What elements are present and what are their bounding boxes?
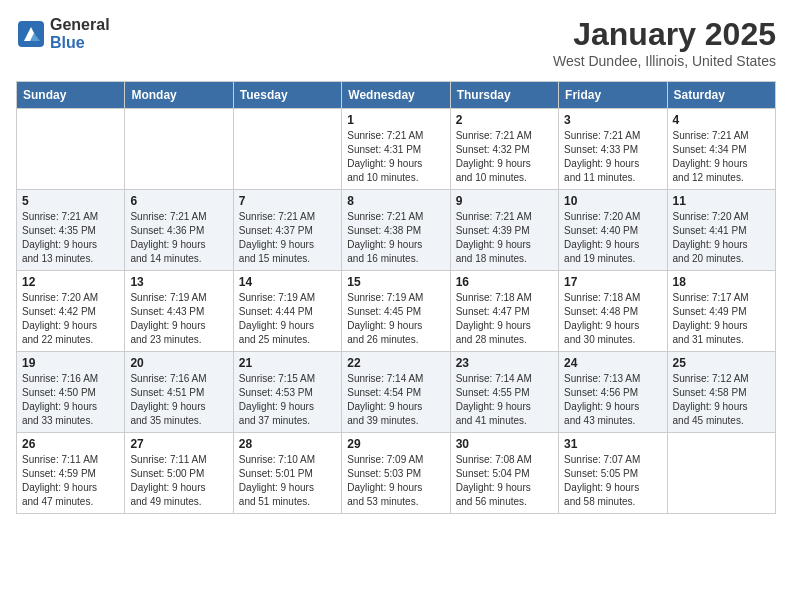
- day-info: Sunrise: 7:16 AM Sunset: 4:50 PM Dayligh…: [22, 372, 119, 428]
- calendar-cell: 10Sunrise: 7:20 AM Sunset: 4:40 PM Dayli…: [559, 190, 667, 271]
- week-row-1: 1Sunrise: 7:21 AM Sunset: 4:31 PM Daylig…: [17, 109, 776, 190]
- day-number: 6: [130, 194, 227, 208]
- day-info: Sunrise: 7:20 AM Sunset: 4:42 PM Dayligh…: [22, 291, 119, 347]
- day-info: Sunrise: 7:07 AM Sunset: 5:05 PM Dayligh…: [564, 453, 661, 509]
- day-info: Sunrise: 7:10 AM Sunset: 5:01 PM Dayligh…: [239, 453, 336, 509]
- day-number: 31: [564, 437, 661, 451]
- calendar-cell: 20Sunrise: 7:16 AM Sunset: 4:51 PM Dayli…: [125, 352, 233, 433]
- day-info: Sunrise: 7:21 AM Sunset: 4:34 PM Dayligh…: [673, 129, 770, 185]
- day-info: Sunrise: 7:18 AM Sunset: 4:47 PM Dayligh…: [456, 291, 553, 347]
- calendar-cell: 30Sunrise: 7:08 AM Sunset: 5:04 PM Dayli…: [450, 433, 558, 514]
- day-info: Sunrise: 7:21 AM Sunset: 4:32 PM Dayligh…: [456, 129, 553, 185]
- day-info: Sunrise: 7:19 AM Sunset: 4:44 PM Dayligh…: [239, 291, 336, 347]
- day-number: 9: [456, 194, 553, 208]
- calendar-cell: 5Sunrise: 7:21 AM Sunset: 4:35 PM Daylig…: [17, 190, 125, 271]
- day-info: Sunrise: 7:14 AM Sunset: 4:54 PM Dayligh…: [347, 372, 444, 428]
- day-info: Sunrise: 7:11 AM Sunset: 4:59 PM Dayligh…: [22, 453, 119, 509]
- day-info: Sunrise: 7:21 AM Sunset: 4:31 PM Dayligh…: [347, 129, 444, 185]
- day-number: 21: [239, 356, 336, 370]
- day-info: Sunrise: 7:21 AM Sunset: 4:36 PM Dayligh…: [130, 210, 227, 266]
- day-number: 22: [347, 356, 444, 370]
- day-info: Sunrise: 7:19 AM Sunset: 4:45 PM Dayligh…: [347, 291, 444, 347]
- week-row-4: 19Sunrise: 7:16 AM Sunset: 4:50 PM Dayli…: [17, 352, 776, 433]
- day-number: 2: [456, 113, 553, 127]
- day-number: 16: [456, 275, 553, 289]
- calendar-cell: 24Sunrise: 7:13 AM Sunset: 4:56 PM Dayli…: [559, 352, 667, 433]
- calendar-cell: 27Sunrise: 7:11 AM Sunset: 5:00 PM Dayli…: [125, 433, 233, 514]
- day-number: 29: [347, 437, 444, 451]
- day-info: Sunrise: 7:21 AM Sunset: 4:35 PM Dayligh…: [22, 210, 119, 266]
- day-info: Sunrise: 7:18 AM Sunset: 4:48 PM Dayligh…: [564, 291, 661, 347]
- day-info: Sunrise: 7:09 AM Sunset: 5:03 PM Dayligh…: [347, 453, 444, 509]
- calendar-header: SundayMondayTuesdayWednesdayThursdayFrid…: [17, 82, 776, 109]
- logo-text: General Blue: [50, 16, 110, 51]
- calendar-cell: 28Sunrise: 7:10 AM Sunset: 5:01 PM Dayli…: [233, 433, 341, 514]
- calendar-cell: 9Sunrise: 7:21 AM Sunset: 4:39 PM Daylig…: [450, 190, 558, 271]
- calendar-cell: 1Sunrise: 7:21 AM Sunset: 4:31 PM Daylig…: [342, 109, 450, 190]
- day-number: 8: [347, 194, 444, 208]
- calendar-body: 1Sunrise: 7:21 AM Sunset: 4:31 PM Daylig…: [17, 109, 776, 514]
- calendar-cell: 6Sunrise: 7:21 AM Sunset: 4:36 PM Daylig…: [125, 190, 233, 271]
- day-info: Sunrise: 7:11 AM Sunset: 5:00 PM Dayligh…: [130, 453, 227, 509]
- calendar-cell: 16Sunrise: 7:18 AM Sunset: 4:47 PM Dayli…: [450, 271, 558, 352]
- day-number: 27: [130, 437, 227, 451]
- weekday-header-tuesday: Tuesday: [233, 82, 341, 109]
- week-row-2: 5Sunrise: 7:21 AM Sunset: 4:35 PM Daylig…: [17, 190, 776, 271]
- day-number: 5: [22, 194, 119, 208]
- month-title: January 2025: [553, 16, 776, 53]
- logo: General Blue: [16, 16, 110, 51]
- calendar-cell: 22Sunrise: 7:14 AM Sunset: 4:54 PM Dayli…: [342, 352, 450, 433]
- day-number: 30: [456, 437, 553, 451]
- day-number: 17: [564, 275, 661, 289]
- day-info: Sunrise: 7:14 AM Sunset: 4:55 PM Dayligh…: [456, 372, 553, 428]
- calendar-cell: 21Sunrise: 7:15 AM Sunset: 4:53 PM Dayli…: [233, 352, 341, 433]
- day-info: Sunrise: 7:21 AM Sunset: 4:37 PM Dayligh…: [239, 210, 336, 266]
- day-info: Sunrise: 7:21 AM Sunset: 4:38 PM Dayligh…: [347, 210, 444, 266]
- day-number: 13: [130, 275, 227, 289]
- calendar-cell: [125, 109, 233, 190]
- day-info: Sunrise: 7:19 AM Sunset: 4:43 PM Dayligh…: [130, 291, 227, 347]
- day-info: Sunrise: 7:13 AM Sunset: 4:56 PM Dayligh…: [564, 372, 661, 428]
- day-number: 3: [564, 113, 661, 127]
- calendar-cell: 7Sunrise: 7:21 AM Sunset: 4:37 PM Daylig…: [233, 190, 341, 271]
- day-number: 4: [673, 113, 770, 127]
- day-info: Sunrise: 7:21 AM Sunset: 4:33 PM Dayligh…: [564, 129, 661, 185]
- title-area: January 2025 West Dundee, Illinois, Unit…: [553, 16, 776, 69]
- calendar-cell: 26Sunrise: 7:11 AM Sunset: 4:59 PM Dayli…: [17, 433, 125, 514]
- day-info: Sunrise: 7:12 AM Sunset: 4:58 PM Dayligh…: [673, 372, 770, 428]
- week-row-3: 12Sunrise: 7:20 AM Sunset: 4:42 PM Dayli…: [17, 271, 776, 352]
- page-header: General Blue January 2025 West Dundee, I…: [16, 16, 776, 69]
- weekday-header-monday: Monday: [125, 82, 233, 109]
- weekday-header-sunday: Sunday: [17, 82, 125, 109]
- calendar-cell: 8Sunrise: 7:21 AM Sunset: 4:38 PM Daylig…: [342, 190, 450, 271]
- day-number: 28: [239, 437, 336, 451]
- day-info: Sunrise: 7:20 AM Sunset: 4:41 PM Dayligh…: [673, 210, 770, 266]
- calendar-cell: 19Sunrise: 7:16 AM Sunset: 4:50 PM Dayli…: [17, 352, 125, 433]
- calendar-cell: [667, 433, 775, 514]
- day-info: Sunrise: 7:21 AM Sunset: 4:39 PM Dayligh…: [456, 210, 553, 266]
- day-info: Sunrise: 7:08 AM Sunset: 5:04 PM Dayligh…: [456, 453, 553, 509]
- calendar-cell: 3Sunrise: 7:21 AM Sunset: 4:33 PM Daylig…: [559, 109, 667, 190]
- day-number: 19: [22, 356, 119, 370]
- calendar-cell: 15Sunrise: 7:19 AM Sunset: 4:45 PM Dayli…: [342, 271, 450, 352]
- day-number: 14: [239, 275, 336, 289]
- calendar-cell: 2Sunrise: 7:21 AM Sunset: 4:32 PM Daylig…: [450, 109, 558, 190]
- day-number: 12: [22, 275, 119, 289]
- day-number: 23: [456, 356, 553, 370]
- weekday-header-saturday: Saturday: [667, 82, 775, 109]
- day-info: Sunrise: 7:17 AM Sunset: 4:49 PM Dayligh…: [673, 291, 770, 347]
- day-number: 1: [347, 113, 444, 127]
- weekday-header-friday: Friday: [559, 82, 667, 109]
- day-number: 10: [564, 194, 661, 208]
- weekday-header-row: SundayMondayTuesdayWednesdayThursdayFrid…: [17, 82, 776, 109]
- calendar-cell: 18Sunrise: 7:17 AM Sunset: 4:49 PM Dayli…: [667, 271, 775, 352]
- calendar-cell: 4Sunrise: 7:21 AM Sunset: 4:34 PM Daylig…: [667, 109, 775, 190]
- calendar-cell: 14Sunrise: 7:19 AM Sunset: 4:44 PM Dayli…: [233, 271, 341, 352]
- day-number: 11: [673, 194, 770, 208]
- logo-icon: [16, 19, 46, 49]
- location-text: West Dundee, Illinois, United States: [553, 53, 776, 69]
- day-number: 25: [673, 356, 770, 370]
- calendar-cell: 29Sunrise: 7:09 AM Sunset: 5:03 PM Dayli…: [342, 433, 450, 514]
- day-number: 20: [130, 356, 227, 370]
- week-row-5: 26Sunrise: 7:11 AM Sunset: 4:59 PM Dayli…: [17, 433, 776, 514]
